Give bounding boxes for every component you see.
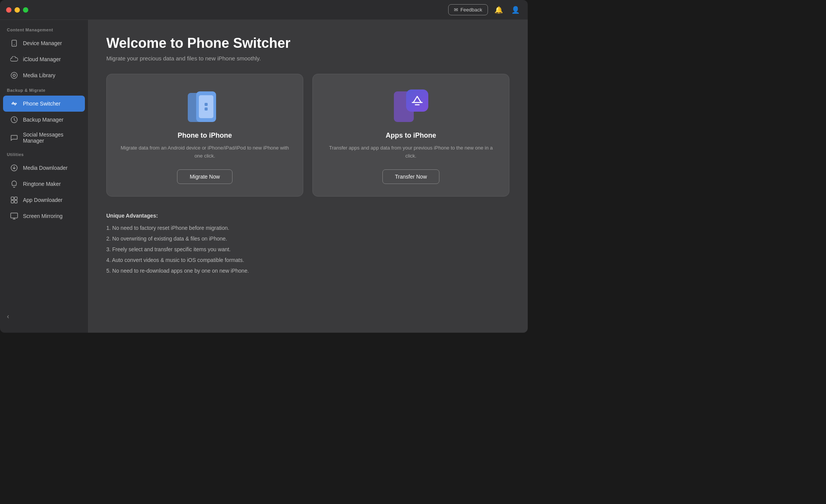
card-icon-phone-to-iphone (188, 89, 222, 124)
sidebar-item-label: Screen Mirroring (23, 213, 62, 219)
advantage-5: 5. No need to re-download apps one by on… (106, 265, 509, 276)
svg-rect-0 (12, 40, 16, 46)
sidebar-item-phone-switcher[interactable]: Phone Switcher (3, 96, 85, 112)
sidebar-item-label: Ringtone Maker (23, 181, 61, 187)
feedback-label: Feedback (460, 7, 482, 13)
sidebar-item-app-downloader[interactable]: App Downloader (3, 192, 85, 208)
svg-point-3 (13, 74, 15, 76)
messages-icon (10, 133, 18, 142)
sidebar-item-icloud-manager[interactable]: iCloud Manager (3, 51, 85, 67)
mail-icon: ✉ (454, 7, 458, 13)
screen-dot-1 (205, 103, 208, 106)
sidebar-bottom: ‹ (0, 308, 88, 325)
sidebar-section-content: Content Management Device Manager iCloud… (0, 28, 88, 83)
feedback-button[interactable]: ✉ Feedback (448, 4, 488, 15)
maximize-button[interactable] (23, 7, 28, 13)
migrate-now-button[interactable]: Migrate Now (177, 169, 233, 184)
section-label-content: Content Management (0, 28, 88, 35)
traffic-lights (6, 7, 28, 13)
downloader-icon (10, 164, 18, 172)
cards-row: Phone to iPhone Migrate data from an And… (106, 74, 509, 197)
phone-screen (199, 95, 213, 118)
advantage-3: 3. Freely select and transfer specific i… (106, 244, 509, 255)
user-icon: 👤 (511, 6, 520, 14)
backup-icon (10, 115, 18, 124)
sidebar-item-label: App Downloader (23, 197, 63, 203)
card-title-apps-to-iphone: Apps to iPhone (386, 132, 436, 140)
phone-switcher-icon (10, 99, 18, 108)
screen-mirroring-icon (10, 212, 18, 220)
svg-rect-7 (15, 197, 17, 200)
sidebar-item-social-messages[interactable]: Social Messages Manager (3, 128, 85, 148)
sidebar-item-label: iCloud Manager (23, 56, 61, 62)
main-content: Welcome to Phone Switcher Migrate your p… (88, 20, 528, 333)
app-body: Content Management Device Manager iCloud… (0, 20, 528, 333)
sidebar-item-label: Phone Switcher (23, 101, 60, 107)
sidebar-section-utilities: Utilities Media Downloader Ring (0, 152, 88, 224)
icloud-icon (10, 55, 18, 63)
app-downloader-icon (10, 196, 18, 204)
titlebar-right: ✉ Feedback 🔔 👤 (448, 4, 522, 16)
advantages-title: Unique Advantages: (106, 210, 509, 221)
close-button[interactable] (6, 7, 11, 13)
welcome-title: Welcome to Phone Switcher (106, 35, 509, 51)
device-manager-icon (10, 39, 18, 47)
sidebar-item-media-downloader[interactable]: Media Downloader (3, 160, 85, 176)
sidebar: Content Management Device Manager iCloud… (0, 20, 88, 333)
card-desc-phone-to-iphone: Migrate data from an Android device or i… (119, 144, 291, 160)
phone-to-iphone-illustration (188, 91, 222, 122)
titlebar: ✉ Feedback 🔔 👤 (0, 0, 528, 20)
apps-to-iphone-illustration (394, 89, 428, 124)
bell-icon: 🔔 (494, 6, 503, 14)
advantage-4: 4. Auto convert videos & music to iOS co… (106, 255, 509, 265)
sidebar-item-label: Media Library (23, 72, 55, 78)
transfer-now-button[interactable]: Transfer Now (382, 169, 440, 184)
user-button[interactable]: 👤 (509, 4, 522, 16)
ringtone-icon (10, 180, 18, 188)
sidebar-item-label: Backup Manager (23, 117, 63, 123)
sidebar-item-ringtone-maker[interactable]: Ringtone Maker (3, 176, 85, 192)
collapse-sidebar-button[interactable]: ‹ (7, 312, 9, 320)
sidebar-item-device-manager[interactable]: Device Manager (3, 35, 85, 51)
advantages-section: Unique Advantages: 1. No need to factory… (106, 210, 509, 276)
sidebar-section-backup: Backup & Migrate Phone Switcher (0, 88, 88, 148)
svg-rect-9 (15, 200, 17, 203)
svg-rect-8 (11, 200, 14, 203)
notification-button[interactable]: 🔔 (493, 4, 505, 16)
section-label-backup: Backup & Migrate (0, 88, 88, 96)
section-label-utilities: Utilities (0, 152, 88, 160)
sidebar-item-label: Social Messages Manager (23, 132, 78, 144)
sidebar-item-label: Device Manager (23, 40, 62, 46)
advantage-1: 1. No need to factory reset iPhone befor… (106, 223, 509, 233)
welcome-subtitle: Migrate your precious data and files to … (106, 55, 509, 62)
card-icon-apps-to-iphone (394, 89, 428, 124)
card-title-phone-to-iphone: Phone to iPhone (178, 132, 232, 140)
svg-point-2 (11, 72, 17, 78)
phone-front (196, 91, 216, 122)
card-desc-apps-to-iphone: Transfer apps and app data from your pre… (325, 144, 497, 160)
svg-rect-6 (11, 197, 14, 200)
advantage-2: 2. No overwriting of existing data & fil… (106, 233, 509, 244)
sidebar-item-backup-manager[interactable]: Backup Manager (3, 112, 85, 128)
phone-to-iphone-card: Phone to iPhone Migrate data from an And… (106, 74, 303, 197)
app-store-badge (406, 89, 428, 112)
screen-dot-2 (205, 107, 208, 111)
minimize-button[interactable] (15, 7, 20, 13)
sidebar-item-screen-mirroring[interactable]: Screen Mirroring (3, 208, 85, 224)
media-icon (10, 71, 18, 80)
apps-to-iphone-card: Apps to iPhone Transfer apps and app dat… (312, 74, 509, 197)
svg-rect-10 (11, 213, 18, 218)
sidebar-item-label: Media Downloader (23, 165, 68, 171)
sidebar-item-media-library[interactable]: Media Library (3, 67, 85, 83)
